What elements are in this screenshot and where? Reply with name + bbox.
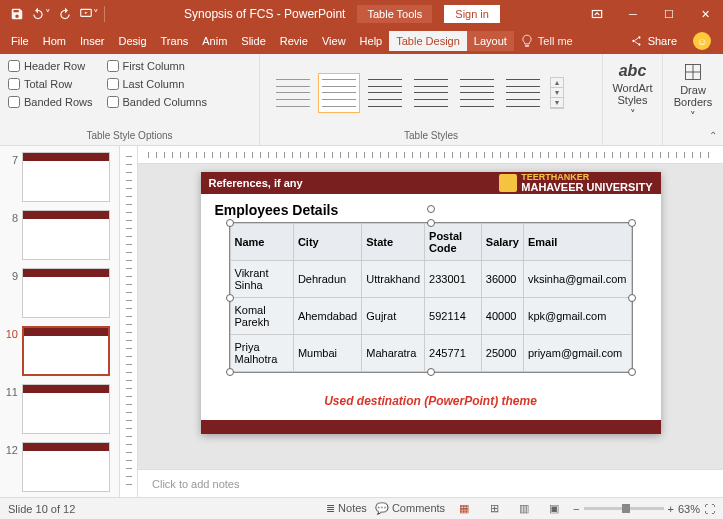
start-slideshow-button[interactable]: ˅ — [78, 3, 100, 25]
maximize-button[interactable]: ☐ — [651, 0, 687, 28]
tab-help[interactable]: Help — [353, 31, 390, 51]
wordart-styles-button[interactable]: abc WordArt Styles˅ — [611, 58, 654, 125]
thumb-8[interactable] — [22, 210, 110, 260]
sign-in-button[interactable]: Sign in — [444, 5, 500, 23]
tab-animations[interactable]: Anim — [195, 31, 234, 51]
document-title: Synopsis of FCS - PowerPoint — [184, 7, 345, 21]
table-style-3[interactable] — [364, 73, 406, 113]
employees-table[interactable]: NameCityStatePostal CodeSalaryEmail Vikr… — [230, 223, 632, 372]
thumb-11[interactable] — [22, 384, 110, 434]
save-button[interactable] — [6, 3, 28, 25]
resize-handle[interactable] — [628, 219, 636, 227]
slide-thumbnails-panel[interactable]: 7 8 9 10 11 12 — [0, 146, 120, 497]
thumb-7[interactable] — [22, 152, 110, 202]
resize-handle[interactable] — [427, 219, 435, 227]
resize-handle[interactable] — [427, 368, 435, 376]
zoom-slider[interactable] — [584, 507, 664, 510]
tab-design[interactable]: Desig — [111, 31, 153, 51]
thumb-10[interactable] — [22, 326, 110, 376]
rotate-handle[interactable] — [427, 205, 435, 213]
thumb-9[interactable] — [22, 268, 110, 318]
tab-review[interactable]: Revie — [273, 31, 315, 51]
chk-total-row[interactable]: Total Row — [8, 78, 93, 90]
slide-footer-bar — [201, 420, 661, 434]
slide-counter: Slide 10 of 12 — [8, 503, 75, 515]
resize-handle[interactable] — [628, 294, 636, 302]
table-row: Priya MalhotraMumbaiMaharatra24577125000… — [230, 335, 631, 372]
resize-handle[interactable] — [226, 368, 234, 376]
comments-toggle[interactable]: 💬 Comments — [375, 502, 445, 515]
sorter-view-icon[interactable]: ⊞ — [483, 501, 505, 517]
chk-first-col[interactable]: First Column — [107, 60, 207, 72]
svg-point-4 — [638, 43, 640, 45]
tab-table-design[interactable]: Table Design — [389, 31, 467, 51]
tab-home[interactable]: Hom — [36, 31, 73, 51]
table-style-2[interactable] — [318, 73, 360, 113]
zoom-in-button[interactable]: + — [668, 503, 674, 515]
tab-layout[interactable]: Layout — [467, 31, 514, 51]
reading-view-icon[interactable]: ▥ — [513, 501, 535, 517]
svg-point-3 — [638, 36, 640, 38]
fit-to-window-button[interactable]: ⛶ — [704, 503, 715, 515]
slide-header-text: References, if any — [209, 177, 303, 189]
table-row: Vikrant SinhaDehradunUttrakhand233001360… — [230, 261, 631, 298]
undo-button[interactable]: ˅ — [30, 3, 52, 25]
table-styles-more[interactable]: ▴▾▾ — [550, 77, 564, 109]
tab-view[interactable]: View — [315, 31, 353, 51]
resize-handle[interactable] — [226, 219, 234, 227]
thumb-12[interactable] — [22, 442, 110, 492]
redo-button[interactable] — [54, 3, 76, 25]
group-table-styles: Table Styles — [268, 128, 594, 145]
feedback-icon[interactable]: ☺ — [693, 32, 711, 50]
minimize-button[interactable]: ─ — [615, 0, 651, 28]
group-table-style-options: Table Style Options — [8, 128, 251, 145]
draw-borders-button[interactable]: Draw Borders˅ — [671, 58, 715, 127]
university-logo: TEERTHANKERMAHAVEER UNIVERSITY — [499, 173, 652, 193]
horizontal-ruler — [138, 146, 723, 164]
collapse-ribbon-icon[interactable]: ⌃ — [709, 130, 717, 141]
share-button[interactable]: Share — [622, 34, 685, 48]
close-button[interactable]: ✕ — [687, 0, 723, 28]
table-object[interactable]: NameCityStatePostal CodeSalaryEmail Vikr… — [229, 222, 633, 373]
contextual-tab-label: Table Tools — [357, 5, 432, 23]
slideshow-view-icon[interactable]: ▣ — [543, 501, 565, 517]
tab-insert[interactable]: Inser — [73, 31, 111, 51]
zoom-out-button[interactable]: − — [573, 503, 579, 515]
resize-handle[interactable] — [628, 368, 636, 376]
tab-transitions[interactable]: Trans — [154, 31, 196, 51]
svg-point-2 — [632, 40, 634, 42]
table-row: Komal ParekhAhemdabadGujrat59211440000kp… — [230, 298, 631, 335]
chk-header-row[interactable]: Header Row — [8, 60, 93, 72]
notes-pane[interactable]: Click to add notes — [138, 469, 723, 497]
tell-me[interactable]: Tell me — [520, 34, 573, 48]
table-style-5[interactable] — [456, 73, 498, 113]
table-style-6[interactable] — [502, 73, 544, 113]
tab-slideshow[interactable]: Slide — [234, 31, 272, 51]
vertical-ruler — [120, 146, 138, 497]
notes-toggle[interactable]: ≣ Notes — [326, 502, 367, 515]
slide-caption: Used destination (PowerPoint) theme — [201, 394, 661, 408]
chk-last-col[interactable]: Last Column — [107, 78, 207, 90]
resize-handle[interactable] — [226, 294, 234, 302]
normal-view-icon[interactable]: ▦ — [453, 501, 475, 517]
tab-file[interactable]: File — [4, 31, 36, 51]
chk-banded-cols[interactable]: Banded Columns — [107, 96, 207, 108]
svg-rect-1 — [592, 11, 601, 18]
slide-canvas[interactable]: References, if any TEERTHANKERMAHAVEER U… — [201, 172, 661, 434]
chk-banded-rows[interactable]: Banded Rows — [8, 96, 93, 108]
zoom-level[interactable]: 63% — [678, 503, 700, 515]
table-style-4[interactable] — [410, 73, 452, 113]
ribbon-options-button[interactable] — [579, 0, 615, 28]
table-style-1[interactable] — [272, 73, 314, 113]
